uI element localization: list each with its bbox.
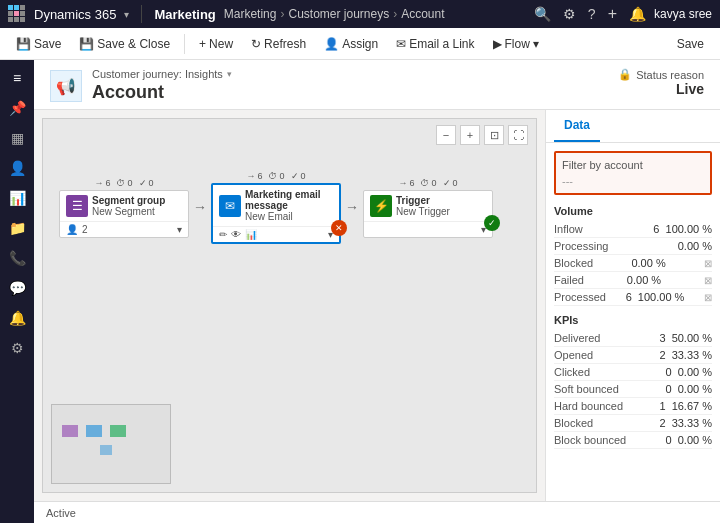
metric-hard-bounced: Hard bounced 1 16.67 %	[554, 398, 712, 415]
app-chevron: ▾	[124, 9, 129, 20]
new-icon: +	[199, 37, 206, 51]
processed-icon: ⊠	[704, 292, 712, 303]
mini-node-extra	[100, 445, 112, 455]
breadcrumb-journeys[interactable]: Customer journeys	[288, 7, 389, 21]
segment-group-node[interactable]: ☰ Segment group New Segment 👤 2	[59, 190, 189, 238]
status-value: Live	[618, 81, 704, 97]
sidebar-icon-settings[interactable]: ⚙	[3, 334, 31, 362]
trigger-node[interactable]: ⚡ Trigger New Trigger ▾	[363, 190, 493, 238]
sidebar-icon-folder[interactable]: 📁	[3, 214, 31, 242]
email-footer: ✏ 👁 📊 ▾	[213, 227, 339, 242]
filter-value: ---	[562, 175, 704, 187]
record-breadcrumb-text: Customer journey: Insights	[92, 68, 223, 80]
record-icon: 📢	[50, 70, 82, 102]
sidebar-icon-contacts[interactable]: 👤	[3, 154, 31, 182]
metric-block-bounced: Block bounced 0 0.00 %	[554, 432, 712, 449]
tab-data[interactable]: Data	[554, 110, 600, 142]
plus-icon[interactable]: +	[608, 5, 617, 23]
eye-icon[interactable]: 👁	[231, 229, 241, 240]
save-icon: 💾	[16, 37, 31, 51]
record-breadcrumb-chevron[interactable]: ▾	[227, 69, 232, 79]
email-link-button[interactable]: ✉ Email a Link	[388, 33, 482, 55]
metric-blocked-kpi: Blocked 2 33.33 %	[554, 415, 712, 432]
breadcrumb-account[interactable]: Account	[401, 7, 444, 21]
segment-footer: 👤 2 ▾	[60, 222, 188, 237]
save-close-button[interactable]: 💾 Save & Close	[71, 33, 178, 55]
metric-processing: Processing 0.00 %	[554, 238, 712, 255]
breadcrumb: Marketing › Customer journeys › Account	[224, 7, 526, 21]
trigger-type: Trigger	[396, 195, 450, 206]
record-status-area: 🔒 Status reason Live	[618, 68, 704, 97]
search-icon[interactable]: 🔍	[534, 6, 551, 22]
breadcrumb-marketing[interactable]: Marketing	[224, 7, 277, 21]
flow-button[interactable]: ▶ Flow ▾	[485, 33, 547, 55]
email-x-mark: ✕	[331, 220, 347, 236]
sidebar-icon-bell[interactable]: 🔔	[3, 304, 31, 332]
email-type: Marketing email message	[245, 189, 333, 211]
save-top-right-button[interactable]: Save	[669, 33, 712, 55]
fit-button[interactable]: ⊡	[484, 125, 504, 145]
metric-clicked: Clicked 0 0.00 %	[554, 364, 712, 381]
email-node[interactable]: ✉ Marketing email message New Email ✏ 👁	[211, 183, 341, 244]
canvas-container[interactable]: − + ⊡ ⛶ →6 ⏱0 ✓0	[42, 118, 537, 493]
command-bar: 💾 Save 💾 Save & Close + New ↻ Refresh 👤 …	[0, 28, 720, 60]
question-icon[interactable]: ?	[588, 6, 596, 22]
main-content: 📢 Customer journey: Insights ▾ Account 🔒…	[34, 60, 720, 523]
refresh-button[interactable]: ↻ Refresh	[243, 33, 314, 55]
sidebar-icon-phone[interactable]: 📞	[3, 244, 31, 272]
separator-1	[184, 34, 185, 54]
sidebar-icon-chat[interactable]: 💬	[3, 274, 31, 302]
sidebar-icon-menu[interactable]: ≡	[3, 64, 31, 92]
left-sidebar: ≡ 📌 ▦ 👤 📊 📁 📞 💬 🔔 ⚙	[0, 60, 34, 523]
blocked-icon: ⊠	[704, 258, 712, 269]
segment-node-wrapper: →6 ⏱0 ✓0 ☰ Segment group New Segment	[59, 176, 189, 238]
flow-chevron: ▾	[533, 37, 539, 51]
settings-icon[interactable]: ⚙	[563, 6, 576, 22]
segment-name: New Segment	[92, 206, 165, 217]
canvas-toolbar: − + ⊡ ⛶	[436, 125, 528, 145]
record-header: 📢 Customer journey: Insights ▾ Account 🔒…	[34, 60, 720, 110]
module-name: Marketing	[154, 7, 215, 22]
canvas-area: − + ⊡ ⛶ →6 ⏱0 ✓0	[34, 110, 545, 501]
panel-tabs: Data	[546, 110, 720, 143]
status-text: Active	[46, 507, 76, 519]
email-stats: →6 ⏱0 ✓0	[240, 169, 311, 183]
sidebar-icon-pin[interactable]: 📌	[3, 94, 31, 122]
sidebar-icon-dashboard[interactable]: ▦	[3, 124, 31, 152]
new-button[interactable]: + New	[191, 33, 241, 55]
app-grid-icon[interactable]	[8, 5, 26, 23]
panel-content[interactable]: Filter by account --- Volume Inflow 6 10…	[546, 143, 720, 501]
trigger-node-wrapper: →6 ⏱0 ✓0 ⚡ Trigger New Trigger	[363, 176, 493, 238]
metric-delivered: Delivered 3 50.00 %	[554, 330, 712, 347]
chart-icon[interactable]: 📊	[245, 229, 257, 240]
mini-map-content	[52, 405, 170, 483]
segment-stats: →6 ⏱0 ✓0	[88, 176, 159, 190]
segment-type: Segment group	[92, 195, 165, 206]
assign-icon: 👤	[324, 37, 339, 51]
assign-button[interactable]: 👤 Assign	[316, 33, 386, 55]
trigger-check-mark: ✓	[484, 215, 500, 231]
zoom-out-button[interactable]: −	[436, 125, 456, 145]
notification-icon[interactable]: 🔔	[629, 6, 646, 22]
email-name: New Email	[245, 211, 333, 222]
connector-1: →	[189, 199, 211, 215]
mini-node-segment	[62, 425, 78, 437]
metric-blocked-vol: Blocked 0.00 % ⊠	[554, 255, 712, 272]
zoom-in-button[interactable]: +	[460, 125, 480, 145]
status-bar: Active	[34, 501, 720, 523]
fullscreen-button[interactable]: ⛶	[508, 125, 528, 145]
failed-icon: ⊠	[704, 275, 712, 286]
mini-node-trigger	[110, 425, 126, 437]
app-name[interactable]: Dynamics 365	[34, 7, 116, 22]
sidebar-icon-chart[interactable]: 📊	[3, 184, 31, 212]
content-area: − + ⊡ ⛶ →6 ⏱0 ✓0	[34, 110, 720, 501]
mini-map[interactable]	[51, 404, 171, 484]
metric-failed: Failed 0.00 % ⊠	[554, 272, 712, 289]
segment-dropdown[interactable]: ▾	[177, 224, 182, 235]
metric-inflow: Inflow 6 100.00 %	[554, 221, 712, 238]
edit-icon[interactable]: ✏	[219, 229, 227, 240]
user-name[interactable]: kavya sree	[654, 7, 712, 21]
save-close-icon: 💾	[79, 37, 94, 51]
save-button[interactable]: 💾 Save	[8, 33, 69, 55]
journey-nodes: →6 ⏱0 ✓0 ☰ Segment group New Segment	[43, 149, 536, 264]
